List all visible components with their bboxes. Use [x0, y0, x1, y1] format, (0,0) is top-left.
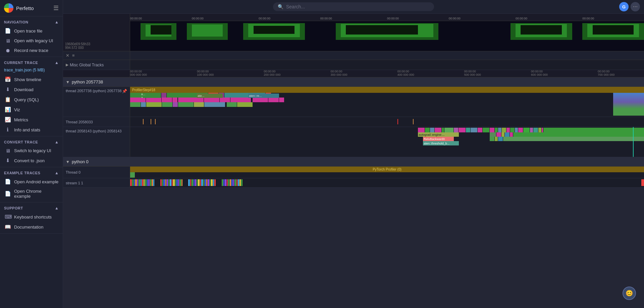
misc-global-title: Misc Global Tracks — [70, 63, 104, 67]
flame-block — [204, 98, 219, 102]
minimap-canvas[interactable]: 00:00:00 00:00:00 00:00:00 00:00:00 00:0… — [130, 14, 644, 51]
tick-700: 00:00:00700 000 000 — [598, 70, 614, 76]
stream-block — [162, 179, 163, 186]
stream-gap — [155, 179, 160, 186]
metrics-icon: 📈 — [5, 117, 11, 123]
help-fab-button[interactable]: 😊 — [623, 287, 636, 300]
flame-block — [490, 128, 494, 132]
timeline-icon: 📅 — [5, 76, 11, 82]
tick-0: 00:00:00000 000 000 — [130, 70, 147, 76]
flame-block — [141, 102, 146, 107]
section-navigation-header[interactable]: Navigation ▲ — [0, 18, 63, 26]
section-example-traces-header[interactable]: Example Traces ▲ — [0, 169, 63, 177]
stream-block — [130, 179, 132, 186]
timeline-area[interactable]: 19680d09:58h33 994.572 000 00:00:00 00:0… — [63, 14, 644, 308]
sidebar-item-label: Documentation — [14, 225, 43, 230]
sidebar-item-open-chrome-example[interactable]: 📄 Open Chrome example — [0, 187, 63, 201]
misc-chevron-icon[interactable]: ▶ — [66, 63, 68, 67]
stream-block — [234, 179, 236, 186]
sidebar-item-convert-json[interactable]: ⬇ Convert to .json — [0, 156, 63, 166]
stream-block — [132, 179, 134, 186]
section-current-trace-header[interactable]: Current Trace ▲ — [0, 58, 63, 66]
stream-gap — [183, 179, 188, 186]
stream-block — [210, 179, 211, 186]
sidebar-item-show-timeline[interactable]: 📅 Show timeline — [0, 74, 63, 84]
sidebar-item-metrics[interactable]: 📈 Metrics — [0, 115, 63, 125]
sidebar-item-record-new-trace[interactable]: ⏺ Record new trace — [0, 46, 63, 55]
more-icon[interactable]: ⋯ — [631, 2, 640, 11]
flame-block — [530, 128, 533, 132]
sidebar-item-open-trace-file[interactable]: 📄 Open trace file — [0, 26, 63, 36]
stream-block — [206, 179, 207, 186]
small-block — [130, 172, 135, 178]
flame-block — [510, 132, 513, 137]
convert-icon: ⬇ — [5, 158, 11, 164]
flame-block — [435, 128, 441, 132]
sidebar-item-label: Convert to .json — [14, 158, 45, 163]
stream-block — [225, 179, 226, 186]
sidebar-item-open-android-example[interactable]: 📄 Open Android example — [0, 177, 63, 187]
section-navigation: Navigation ▲ 📄 Open trace file 🖥 Open wi… — [0, 16, 63, 57]
tick-mark-4 — [413, 119, 414, 124]
misc-global-tracks-row: ▶ Misc Global Tracks — [63, 60, 644, 70]
section-convert-trace: Convert trace ▲ 🖥 Switch to legacy UI ⬇ … — [0, 136, 63, 167]
section-convert-trace-title: Convert trace — [4, 140, 38, 144]
stream-block — [168, 179, 169, 186]
close-button[interactable]: ✕ — [66, 53, 69, 58]
thread-content-2057738[interactable]: ProfilerStep#18 — [130, 87, 644, 117]
section-navigation-title: Navigation — [4, 20, 28, 24]
tick-400: 00:00:00400 000 000 — [397, 70, 414, 76]
stream-block — [148, 179, 150, 186]
thread-content-2058143[interactable]: autograd::engine:... ReluBackward0 aten:… — [130, 127, 644, 157]
stream-block — [142, 179, 144, 186]
stream-gap-end — [243, 179, 641, 186]
stream-blocks — [130, 179, 644, 186]
thread-content-2058033[interactable] — [130, 117, 644, 127]
section-support-header[interactable]: Support ▲ — [0, 204, 63, 212]
sidebar-item-documentation[interactable]: 📖 Documentation — [0, 222, 63, 232]
sidebar-item-open-legacy-ui[interactable]: 🖥 Open with legacy UI — [0, 36, 63, 46]
misc-controls-row: ✕ ≡ — [63, 51, 644, 60]
group-chevron-icon-2: ▼ — [66, 160, 70, 164]
pytorch-profiler-bar: PyTorch Profiler (0) — [130, 167, 644, 172]
stream-block — [194, 179, 195, 186]
help-icon: 😊 — [626, 290, 633, 297]
tick-0: 00:00:00 — [130, 17, 142, 20]
flame-label-ate2: ate... — [197, 94, 223, 98]
group-header-python-0[interactable]: ▼ python 0 — [63, 157, 644, 167]
group-header-python-2057738[interactable]: ▼ python 2057738 — [63, 77, 644, 87]
sidebar-item-download[interactable]: ⬇ Download — [0, 84, 63, 95]
thread-content-0[interactable]: PyTorch Profiler (0) — [130, 167, 644, 178]
hamburger-button[interactable]: ☰ — [53, 4, 59, 12]
sidebar-item-label: Show timeline — [14, 77, 41, 82]
time-ruler-row: 00:00:00000 000 000 00:00:00100 000 000 … — [63, 70, 644, 77]
sidebar-item-info-and-stats[interactable]: ℹ Info and stats — [0, 125, 63, 135]
stream-block — [173, 179, 175, 186]
section-convert-trace-header[interactable]: Convert trace ▲ — [0, 138, 63, 146]
mini-bar-dark-3 — [254, 26, 295, 34]
flame-block — [430, 128, 434, 132]
sidebar-item-query-sql[interactable]: 📋 Query (SQL) — [0, 95, 63, 105]
list-button[interactable]: ≡ — [72, 53, 75, 58]
time-start-label: 19680d09:58h33 994.572 000 — [63, 14, 130, 51]
profiler-step-bar: ProfilerStep#18 — [130, 87, 644, 93]
sidebar-item-switch-legacy-ui[interactable]: 🖥 Switch to legacy UI — [0, 146, 63, 156]
sidebar-item-keyboard-shortcuts[interactable]: ⌨ Keyboard shortcuts — [0, 212, 63, 222]
relu-backward-label: ReluBackward0 — [423, 137, 454, 141]
flame-right-block — [613, 93, 644, 116]
flame-block — [204, 102, 225, 107]
stream-block — [239, 179, 240, 186]
sidebar-item-viz[interactable]: 📊 Viz — [0, 105, 63, 115]
stream-block — [192, 179, 193, 186]
flame-block — [178, 98, 204, 102]
download-icon: ⬇ — [5, 86, 11, 93]
flame-row-t2058143-4 — [490, 137, 644, 141]
stream-block — [195, 179, 197, 186]
search-input[interactable] — [286, 4, 429, 9]
sidebar-item-label: Open with legacy UI — [14, 38, 53, 43]
stream-1-1-content[interactable] — [130, 178, 644, 187]
info-icon: ℹ — [5, 127, 11, 133]
search-bar[interactable]: 🔍 — [273, 2, 434, 11]
account-avatar[interactable]: G — [619, 2, 629, 11]
flame-block — [162, 98, 172, 102]
